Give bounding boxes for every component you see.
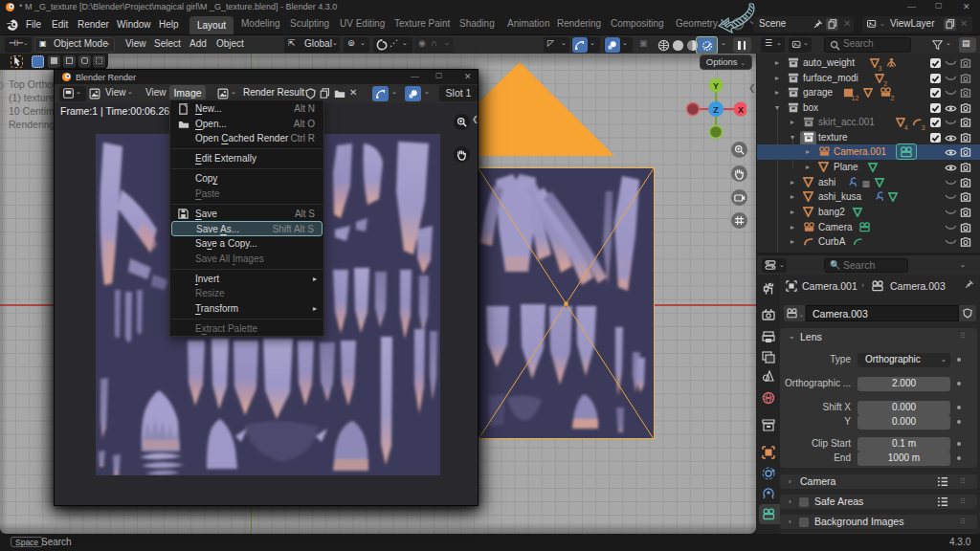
svg-text:Z: Z: [713, 105, 719, 115]
svg-text:Y: Y: [713, 81, 719, 91]
svg-text:X: X: [738, 105, 744, 115]
